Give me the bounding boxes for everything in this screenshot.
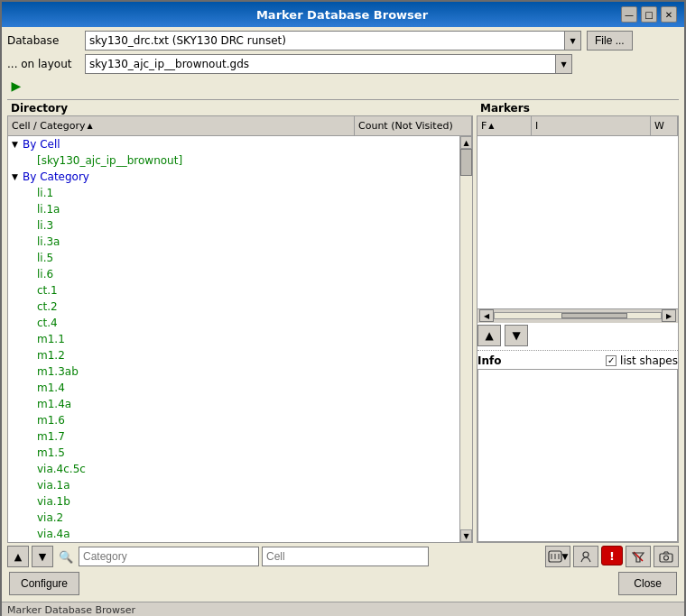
list-shapes-checkbox[interactable]: ✓ (606, 355, 616, 366)
tree-item-via4c5c[interactable]: via.4c.5c (8, 461, 459, 477)
status-bar: Marker Database Browser (2, 602, 684, 616)
keyboard-shortcut-button[interactable]: ▼ (545, 546, 570, 567)
title-bar: Marker Database Browser — □ ✕ (2, 2, 684, 27)
markers-col-f[interactable]: F ▲ (477, 116, 532, 135)
layout-combo-arrow[interactable]: ▼ (555, 55, 571, 73)
close-button[interactable]: Close (618, 572, 677, 595)
tree-item-m12[interactable]: m1.2 (8, 347, 459, 363)
tree-item-m16[interactable]: m1.6 (8, 412, 459, 428)
divider-1 (7, 99, 679, 100)
tree-scrollbar-row: ▼ By Cell [sky130_ajc_ip__brownout] ▼ By… (8, 136, 472, 542)
by-cell-label: By Cell (23, 138, 60, 151)
tree-item-li3a[interactable]: li.3a (8, 234, 459, 250)
svg-point-8 (664, 556, 669, 560)
stop-button[interactable]: ! (601, 546, 623, 565)
layout-label: ... on layout (7, 58, 79, 70)
play-button[interactable]: ▶ (7, 77, 25, 95)
svg-point-4 (583, 552, 589, 557)
directory-vscrollbar[interactable]: ▲ ▼ (459, 136, 472, 542)
markers-nav-arrows: ▲ ▼ (477, 323, 678, 348)
tree-item-ct4[interactable]: ct.4 (8, 315, 459, 331)
tree-item-via4a[interactable]: via.4a (8, 526, 459, 542)
tree-area[interactable]: ▼ By Cell [sky130_ajc_ip__brownout] ▼ By… (8, 136, 459, 542)
nav-up-button[interactable]: ▲ (7, 546, 29, 567)
layout-file-label: [sky130_ajc_ip__brownout] (37, 154, 182, 167)
nav-down-button[interactable]: ▼ (32, 546, 53, 567)
markers-header: Markers (477, 100, 533, 116)
database-combo-arrow[interactable]: ▼ (564, 32, 580, 50)
main-area: Cell / Category ▲ Count (Not Visited) ▼ … (7, 115, 679, 543)
info-label: Info (477, 354, 501, 367)
list-shapes-label: list shapes (620, 354, 678, 367)
minimize-button[interactable]: — (621, 6, 637, 23)
tree-item-via1b[interactable]: via.1b (8, 493, 459, 510)
cell-filter-input[interactable] (262, 547, 429, 566)
tree-item-by-category[interactable]: ▼ By Category (8, 169, 459, 185)
scroll-thumb[interactable] (460, 149, 472, 176)
info-content-area (477, 369, 678, 543)
tree-item-m14[interactable]: m1.4 (8, 380, 459, 396)
tree-item-li5[interactable]: li.5 (8, 250, 459, 266)
markers-col-w[interactable]: W (651, 116, 678, 135)
category-filter-input[interactable] (79, 547, 259, 566)
tree-item-ct1[interactable]: ct.1 (8, 282, 459, 299)
scroll-track[interactable] (460, 149, 472, 529)
footer-row: Configure Close (7, 569, 679, 598)
marker-down-button[interactable]: ▼ (505, 325, 528, 346)
maximize-button[interactable]: □ (641, 6, 657, 23)
markers-col-i[interactable]: I (532, 116, 651, 135)
tree-item-via2[interactable]: via.2 (8, 510, 459, 526)
camera-icon (659, 551, 673, 563)
tree-item-li3[interactable]: li.3 (8, 217, 459, 234)
tree-item-m15[interactable]: m1.5 (8, 445, 459, 461)
filter-off-button[interactable] (626, 546, 651, 567)
file-button[interactable]: File ... (587, 31, 633, 51)
tree-item-li6[interactable]: li.6 (8, 266, 459, 282)
directory-panel: Cell / Category ▲ Count (Not Visited) ▼ … (7, 115, 473, 543)
database-value: sky130_drc.txt (SKY130 DRC runset) (86, 34, 564, 47)
bottom-toolbar: ▲ ▼ 🔍 ▼ (7, 543, 679, 569)
col-header-cell-category[interactable]: Cell / Category ▲ (8, 116, 355, 135)
configure-button[interactable]: Configure (9, 572, 79, 595)
scroll-left-arrow[interactable]: ◀ (479, 309, 494, 322)
kbd-icon (548, 550, 562, 563)
kbd-dropdown-arrow: ▼ (562, 552, 569, 561)
database-combo[interactable]: sky130_drc.txt (SKY130 DRC runset) ▼ (85, 31, 581, 51)
tree-item-li1a[interactable]: li.1a (8, 201, 459, 217)
directory-column-headers: Cell / Category ▲ Count (Not Visited) (8, 116, 472, 136)
database-label: Database (7, 34, 79, 47)
weight-button[interactable] (573, 546, 598, 567)
expand-by-category: ▼ (12, 172, 23, 181)
tree-item-m17[interactable]: m1.7 (8, 428, 459, 445)
list-shapes-container: ✓ list shapes (606, 354, 678, 367)
layout-combo[interactable]: sky130_ajc_ip__brownout.gds ▼ (85, 54, 572, 74)
hscroll-track[interactable] (494, 312, 662, 319)
layout-value: sky130_ajc_ip__brownout.gds (86, 58, 555, 70)
by-category-label: By Category (23, 170, 89, 183)
scroll-right-arrow[interactable]: ▶ (662, 309, 676, 322)
dotted-divider (477, 350, 678, 351)
scroll-up-arrow[interactable]: ▲ (460, 136, 472, 149)
col-header-count[interactable]: Count (Not Visited) (355, 116, 472, 135)
camera-button[interactable] (654, 546, 679, 567)
directory-header: Directory (7, 100, 71, 116)
marker-up-button[interactable]: ▲ (477, 325, 501, 346)
window-content: Database sky130_drc.txt (SKY130 DRC runs… (2, 27, 684, 602)
tree-item-by-cell[interactable]: ▼ By Cell (8, 136, 459, 152)
sort-f-icon: ▲ (488, 122, 494, 130)
markers-hscrollbar[interactable]: ◀ ▶ (477, 308, 678, 323)
layout-row: ... on layout sky130_ajc_ip__brownout.gd… (7, 54, 679, 74)
tree-item-m13ab[interactable]: m1.3ab (8, 363, 459, 380)
tree-item-layout-file[interactable]: [sky130_ajc_ip__brownout] (8, 152, 459, 169)
markers-panel: F ▲ I W ◀ (477, 115, 679, 543)
svg-rect-7 (660, 554, 672, 562)
weight-icon (579, 550, 592, 563)
tree-item-m14a[interactable]: m1.4a (8, 396, 459, 412)
hscroll-thumb[interactable] (561, 313, 628, 318)
scroll-down-arrow[interactable]: ▼ (460, 529, 472, 542)
tree-item-li1[interactable]: li.1 (8, 185, 459, 201)
tree-item-ct2[interactable]: ct.2 (8, 299, 459, 315)
close-window-button[interactable]: ✕ (661, 6, 677, 23)
tree-item-via1a[interactable]: via.1a (8, 477, 459, 493)
tree-item-m11[interactable]: m1.1 (8, 331, 459, 347)
